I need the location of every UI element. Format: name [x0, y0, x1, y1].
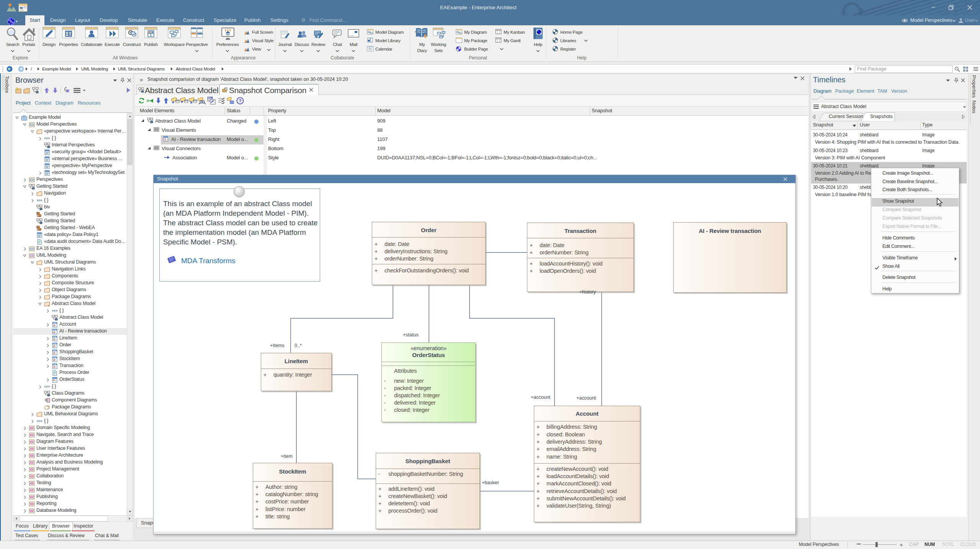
svg-text:XML: XML: [208, 97, 211, 98]
svg-text:?: ?: [239, 98, 242, 103]
